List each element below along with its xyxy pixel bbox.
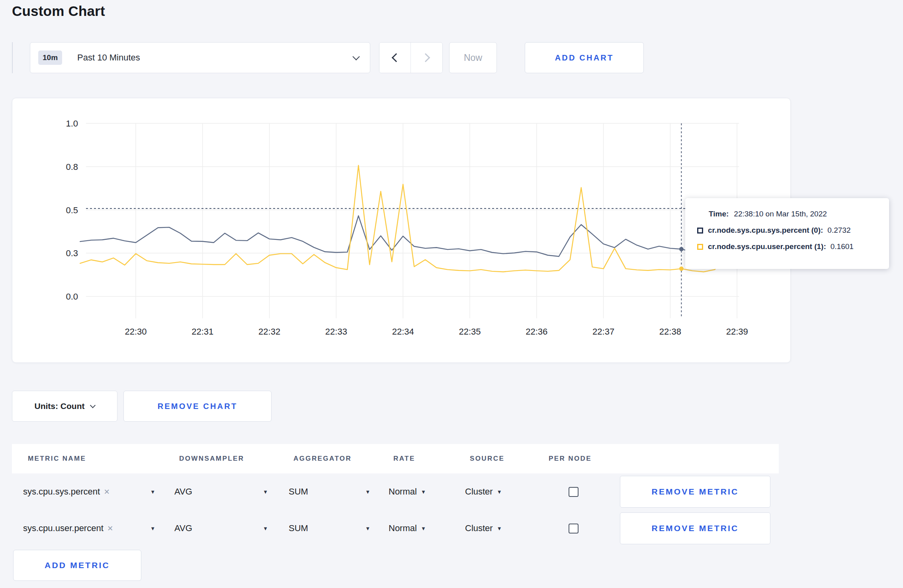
chevron-down-icon [352,53,360,60]
metric-row: sys.cpu.user.percent×▼AVG▼SUM▼Normal▼Clu… [12,510,779,547]
per-node-checkbox[interactable] [569,524,579,533]
column-header: SOURCE [465,455,544,463]
rate-select[interactable]: Normal▼ [389,487,465,497]
x-axis-tick-label: 22:30 [125,327,147,337]
units-selector[interactable]: Units: Count [12,391,117,422]
x-axis-tick-label: 22:38 [659,327,681,337]
dropdown-caret-icon: ▼ [263,489,268,495]
y-axis-tick-label: 0.5 [66,205,78,215]
source-select[interactable]: Cluster▼ [465,487,544,497]
metrics-table: METRIC NAMEDOWNSAMPLERAGGREGATORRATESOUR… [12,444,903,581]
y-axis-tick-label: 1.0 [66,119,78,129]
downsampler-select[interactable]: AVG▼ [174,487,268,497]
tooltip-time-label: Time: [709,209,729,219]
x-axis-tick-label: 22:39 [726,327,748,337]
now-button[interactable]: Now [449,42,497,73]
time-window-selector[interactable]: 10m Past 10 Minutes [30,42,370,73]
source-value: Cluster [465,523,493,533]
remove-metric-button[interactable]: REMOVE METRIC [620,476,770,508]
column-header: AGGREGATOR [289,455,389,463]
tooltip-series-name: cr.node.sys.cpu.user.percent (1): [708,241,826,252]
tooltip-series-value: 0.1601 [831,241,854,252]
toolbar: 10m Past 10 Minutes Now ADD CHART [12,42,903,73]
aggregator-value: SUM [289,523,308,533]
custom-chart-page: Custom Chart 10m Past 10 Minutes Now ADD… [0,0,903,588]
x-axis-tick-label: 22:37 [592,327,614,337]
prev-time-button[interactable] [379,43,411,73]
aggregator-value: SUM [289,487,308,497]
x-axis-tick-label: 22:32 [258,327,280,337]
source-select[interactable]: Cluster▼ [465,523,544,533]
downsampler-value: AVG [174,523,192,533]
per-node-cell [544,487,615,497]
chart-actions: Units: Count REMOVE CHART [12,391,903,422]
add-metric-button[interactable]: ADD METRIC [13,550,141,581]
dropdown-caret-icon: ▼ [365,526,370,532]
time-window-label: Past 10 Minutes [77,53,354,63]
series-sys-percent-line [80,216,737,256]
tooltip-time-value: 22:38:10 on Mar 15th, 2022 [734,209,827,219]
tooltip-time-row: Time: 22:38:10 on Mar 15th, 2022 [709,209,880,219]
per-node-checkbox[interactable] [569,487,579,497]
chart-panel: 22:3022:3122:3222:3322:3422:3522:3622:37… [12,98,791,363]
downsampler-value: AVG [174,487,192,497]
source-value: Cluster [465,487,493,497]
remove-metric-button[interactable]: REMOVE METRIC [620,512,770,544]
series-user-percent-line [80,165,737,272]
dropdown-caret-icon: ▼ [150,489,155,495]
metrics-table-body: sys.cpu.sys.percent×▼AVG▼SUM▼Normal▼Clus… [12,473,903,547]
x-axis-tick-label: 22:35 [459,327,481,337]
column-header: DOWNSAMPLER [174,455,289,463]
x-axis-tick-label: 22:34 [392,327,414,337]
next-time-button[interactable] [411,43,442,73]
tooltip-series-value: 0.2732 [827,225,850,236]
page-title: Custom Chart [12,3,903,19]
aggregator-select[interactable]: SUM▼ [289,487,370,497]
dropdown-caret-icon: ▼ [263,526,268,532]
metric-name-value: sys.cpu.sys.percent [23,487,100,497]
chevron-right-icon [421,53,430,62]
remove-metric-cell: REMOVE METRIC [615,476,779,508]
tooltip-series-list: cr.node.sys.cpu.sys.percent (0):0.2732cr… [697,225,880,252]
chevron-down-icon [90,403,96,408]
clear-metric-icon[interactable]: × [104,486,109,497]
series-sys-hover-dot [679,247,684,251]
metric-row: sys.cpu.sys.percent×▼AVG▼SUM▼Normal▼Clus… [12,473,779,510]
downsampler-select[interactable]: AVG▼ [174,523,268,533]
x-axis-tick-label: 22:33 [325,327,347,337]
metric-name-group: sys.cpu.sys.percent× [23,486,109,497]
rate-value: Normal [389,523,417,533]
per-node-cell [544,524,615,533]
remove-chart-button[interactable]: REMOVE CHART [123,391,272,422]
aggregator-select[interactable]: SUM▼ [289,523,370,533]
dropdown-caret-icon: ▼ [365,489,370,495]
y-axis-tick-label: 0.3 [66,248,78,258]
tooltip-series-name: cr.node.sys.cpu.sys.percent (0): [708,225,823,236]
x-axis-tick-label: 22:36 [526,327,547,337]
rate-value: Normal [389,487,417,497]
dropdown-caret-icon: ▼ [150,526,155,532]
metric-name-select[interactable]: sys.cpu.sys.percent×▼ [23,486,155,497]
chart-tooltip: Time: 22:38:10 on Mar 15th, 2022 cr.node… [685,198,889,269]
line-chart[interactable]: 22:3022:3122:3222:3322:3422:3522:3622:37… [12,98,791,363]
tooltip-series-row: cr.node.sys.cpu.sys.percent (0):0.2732 [697,225,880,236]
series-swatch-icon [697,244,703,250]
toolbar-divider [12,42,13,73]
dropdown-caret-icon: ▼ [421,489,426,495]
y-axis-tick-label: 0.0 [66,292,78,302]
units-label: Units: Count [35,401,85,411]
metric-name-value: sys.cpu.user.percent [23,523,104,533]
tooltip-series-row: cr.node.sys.cpu.user.percent (1):0.1601 [697,241,880,252]
column-header: METRIC NAME [23,455,174,463]
clear-metric-icon[interactable]: × [108,523,113,534]
add-chart-button[interactable]: ADD CHART [525,42,644,73]
rate-select[interactable]: Normal▼ [389,523,465,533]
metrics-table-header: METRIC NAMEDOWNSAMPLERAGGREGATORRATESOUR… [12,444,779,473]
series-user-hover-dot [679,267,684,271]
time-window-badge: 10m [38,51,62,65]
dropdown-caret-icon: ▼ [421,526,426,532]
remove-metric-cell: REMOVE METRIC [615,512,779,544]
metric-name-group: sys.cpu.user.percent× [23,523,113,534]
column-header: RATE [389,455,465,463]
metric-name-select[interactable]: sys.cpu.user.percent×▼ [23,523,155,534]
